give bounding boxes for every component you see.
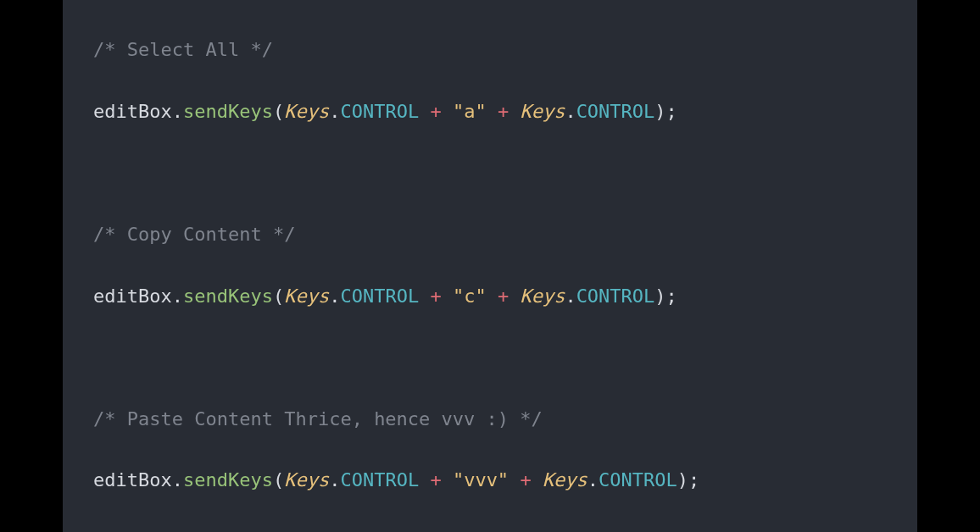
code-token: ); [654,285,677,307]
code-line-comment: /* Select All */ [93,35,887,65]
code-token: "a" [453,101,487,122]
code-token: editBox [93,101,172,122]
code-token: sendKeys [183,101,273,122]
code-token [442,285,453,307]
code-token: CONTROL [340,469,419,490]
code-token: + [430,469,441,490]
code-token: CONTROL [340,101,419,122]
code-token [487,101,498,122]
code-token: . [172,101,183,122]
code-token: . [329,101,340,122]
blank-line [93,342,887,373]
code-line: editBox.sendKeys(Keys.CONTROL + "a" + Ke… [93,97,887,127]
code-token [509,285,520,307]
code-token [419,469,430,490]
code-token: ); [677,469,700,490]
code-token: + [498,285,509,307]
code-token: Keys [520,285,565,307]
code-token: . [329,285,340,307]
code-token: CONTROL [599,469,677,490]
code-token: editBox [93,285,172,307]
code-token: . [587,469,599,490]
code-token: Keys [284,469,329,490]
code-token: ); [654,101,677,122]
code-token [419,101,430,122]
code-token: ( [273,285,284,307]
comment-text: /* Select All */ [93,39,273,60]
code-token: + [430,101,441,122]
code-token: + [430,285,441,307]
code-token [442,469,453,490]
code-token: Keys [284,101,329,122]
code-token: + [520,469,531,490]
code-token: CONTROL [576,285,655,307]
blank-line [93,158,887,188]
code-token: CONTROL [340,285,419,307]
comment-text: /* Paste Content Thrice, hence vvv :) */ [93,408,543,429]
code-line-comment: /* Copy Content */ [93,219,887,250]
code-line: editBox.sendKeys(Keys.CONTROL + "vvv" + … [93,465,887,496]
code-token: editBox [93,469,172,490]
code-token: + [498,101,509,122]
code-token: ( [273,101,284,122]
code-token: . [172,285,183,307]
code-token [487,285,498,307]
code-token: "c" [453,285,487,307]
code-token: sendKeys [183,469,273,490]
code-token [509,469,520,490]
code-token: . [329,469,340,490]
code-token: . [172,469,183,490]
code-token: . [565,285,576,307]
code-window: /* Select All */ editBox.sendKeys(Keys.C… [63,0,917,532]
code-token [442,101,453,122]
code-token [509,101,520,122]
code-token: . [565,101,576,122]
comment-text: /* Copy Content */ [93,224,295,245]
code-token: ( [273,469,284,490]
code-token: CONTROL [576,101,655,122]
code-line-comment: /* Paste Content Thrice, hence vvv :) */ [93,404,887,435]
code-block: /* Select All */ editBox.sendKeys(Keys.C… [93,4,887,532]
code-line: editBox.sendKeys(Keys.CONTROL + "c" + Ke… [93,281,887,312]
code-token [532,469,543,490]
code-token: "vvv" [453,469,509,490]
code-token [419,285,430,307]
code-token: sendKeys [183,285,273,307]
code-token: Keys [520,101,565,122]
code-token: Keys [284,285,329,307]
code-token: Keys [543,469,587,490]
